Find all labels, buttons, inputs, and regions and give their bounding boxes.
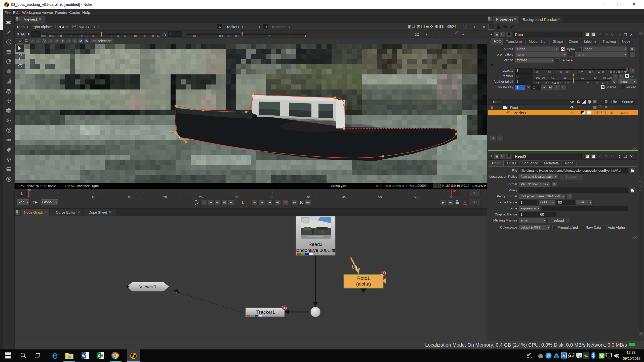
svg-text:20: 20 bbox=[163, 195, 167, 199]
svg-text:Roto1: Roto1 bbox=[357, 276, 370, 281]
svg-text:D: D bbox=[8, 129, 10, 132]
svg-text:35: 35 bbox=[271, 195, 274, 199]
svg-text:30: 30 bbox=[235, 195, 238, 199]
svg-text:A: A bbox=[283, 307, 285, 310]
svg-text:A: A bbox=[382, 272, 384, 275]
svg-text:W: W bbox=[82, 353, 86, 358]
svg-text:(alpha): (alpha) bbox=[356, 281, 371, 287]
svg-text:40: 40 bbox=[306, 195, 310, 199]
svg-text:15: 15 bbox=[127, 195, 131, 199]
svg-text:Tracker1: Tracker1 bbox=[256, 309, 275, 315]
svg-text:Viewer1: Viewer1 bbox=[139, 284, 156, 289]
svg-text:45: 45 bbox=[342, 195, 346, 199]
svg-text:Read3: Read3 bbox=[308, 242, 323, 247]
svg-text:1: 1 bbox=[176, 292, 178, 296]
svg-text:10: 10 bbox=[92, 195, 95, 199]
svg-text:25: 25 bbox=[199, 195, 203, 199]
svg-text:bg: bg bbox=[352, 264, 357, 269]
svg-text:1: 1 bbox=[30, 189, 31, 192]
svg-text:X: X bbox=[98, 353, 100, 358]
svg-text:5: 5 bbox=[57, 195, 58, 199]
svg-text:A: A bbox=[562, 353, 565, 358]
svg-text:50: 50 bbox=[378, 195, 382, 199]
svg-text:londonEye.0001.tif: londonEye.0001.tif bbox=[296, 248, 335, 253]
svg-text:55: 55 bbox=[414, 195, 417, 199]
